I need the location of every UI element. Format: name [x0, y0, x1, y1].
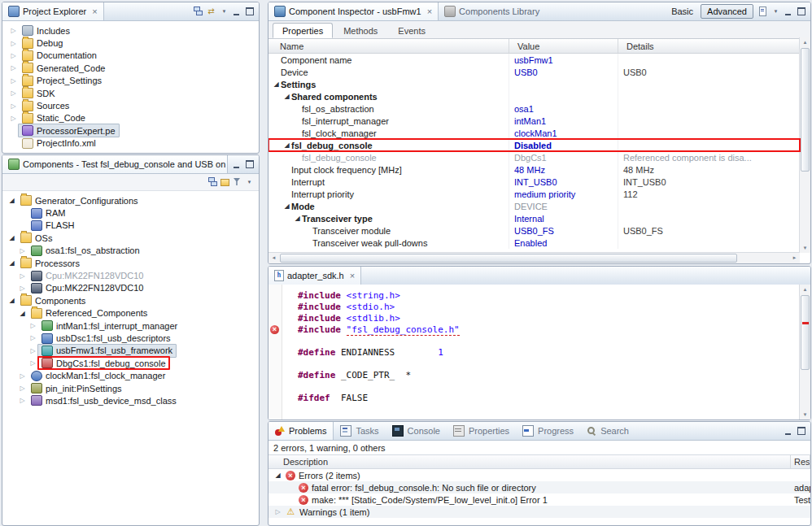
property-value[interactable]: Disabled: [514, 141, 552, 150]
tree-item[interactable]: ▷SDK: [2, 87, 259, 99]
scroll-right-icon[interactable]: ►: [789, 253, 800, 263]
problem-row[interactable]: ▷⚠Warnings (1 item): [268, 506, 810, 518]
view-menu-icon[interactable]: ▼: [243, 176, 255, 189]
inspector-horizontal-scrollbar[interactable]: ◄ ►: [268, 252, 800, 263]
tab-console[interactable]: Console: [386, 422, 447, 440]
property-value[interactable]: clockMan1: [514, 128, 557, 138]
expanded-arrow-icon[interactable]: ◢: [7, 297, 16, 304]
expanded-arrow-icon[interactable]: ◢: [282, 141, 291, 149]
link-with-editor-icon[interactable]: ⇄: [205, 5, 217, 18]
property-value[interactable]: USB0_FS: [514, 226, 554, 236]
tree-item[interactable]: ▷intMan1:fsl_interrupt_manager: [2, 320, 259, 332]
inspector-row[interactable]: ◢Settings: [268, 78, 800, 90]
component-inspector-tab[interactable]: Component Inspector - usbFmw1 ×: [268, 2, 439, 20]
show-categories-icon[interactable]: [219, 176, 231, 189]
property-value[interactable]: USB0: [514, 67, 538, 77]
property-value[interactable]: usbFmw1: [514, 55, 553, 65]
collapsed-arrow-icon[interactable]: ▷: [9, 27, 18, 34]
property-value[interactable]: 48 MHz: [514, 165, 545, 175]
scroll-down-icon[interactable]: ▼: [800, 243, 810, 253]
property-value[interactable]: INT_USB0: [514, 177, 557, 187]
tree-item[interactable]: ▷Static_Code: [2, 112, 259, 124]
editor-tab-adapter-sdk[interactable]: h adapter_sdk.h ×: [268, 267, 361, 285]
inspector-row[interactable]: ◢fsl_debug_consoleDisabled: [268, 139, 800, 151]
collapsed-arrow-icon[interactable]: ▷: [9, 64, 18, 72]
inspector-vertical-scrollbar[interactable]: ▲ ▼: [799, 37, 810, 253]
tree-item[interactable]: ▷Debug: [2, 37, 259, 49]
scrollbar-thumb[interactable]: [801, 48, 810, 172]
minimize-icon[interactable]: [783, 424, 795, 437]
inspector-row[interactable]: Transceiver moduleUSB0_FSUSB0_FS: [268, 224, 800, 237]
expanded-arrow-icon[interactable]: ◢: [282, 93, 291, 100]
collapse-all-icon[interactable]: [192, 5, 204, 18]
tree-item[interactable]: ▷pin_init:PinSettings: [2, 382, 259, 394]
minimize-icon[interactable]: [231, 5, 243, 18]
expanded-arrow-icon[interactable]: ◢: [272, 80, 281, 88]
inspector-row[interactable]: ◢Transceiver typeInternal: [268, 212, 800, 224]
scroll-down-icon[interactable]: ▼: [800, 410, 810, 419]
collapsed-arrow-icon[interactable]: ▷: [9, 52, 18, 59]
minimize-icon[interactable]: [231, 158, 243, 171]
inspector-row[interactable]: Transceiver weak pull-downsEnabled: [268, 237, 800, 249]
close-icon[interactable]: ×: [350, 271, 355, 280]
tab-problems[interactable]: Problems: [268, 422, 334, 440]
components-library-tab[interactable]: Components Library: [439, 2, 545, 20]
components-tab[interactable]: Components - Test fsl_debug_console and …: [2, 155, 228, 173]
collapsed-arrow-icon[interactable]: ▷: [28, 334, 37, 341]
tree-item[interactable]: ▷usbFmw1:fsl_usb_framework: [2, 345, 259, 357]
collapsed-arrow-icon[interactable]: ▷: [18, 397, 27, 404]
tree-item[interactable]: ◢Referenced_Components: [2, 307, 259, 320]
tree-item[interactable]: ▷usbDsc1:fsl_usb_descriptors: [2, 332, 259, 344]
inspector-row[interactable]: DeviceUSB0USB0: [268, 66, 800, 78]
inspector-row[interactable]: InterruptINT_USB0INT_USB0: [268, 176, 800, 188]
problem-row[interactable]: ×fatal error: fsl_debug_console.h: No su…: [268, 481, 810, 493]
collapsed-arrow-icon[interactable]: ▷: [9, 89, 18, 97]
view-menu-icon[interactable]: ▼: [770, 5, 782, 18]
collapsed-arrow-icon[interactable]: ▷: [28, 347, 37, 354]
inspector-row[interactable]: fsl_interrupt_managerintMan1: [268, 115, 800, 127]
minimize-icon[interactable]: [783, 5, 795, 18]
tab-search[interactable]: Search: [580, 422, 635, 440]
inspector-row[interactable]: Input clock frequency [MHz]48 MHz48 MHz: [268, 163, 800, 176]
collapsed-arrow-icon[interactable]: ▷: [28, 322, 37, 329]
scrollbar-thumb[interactable]: [280, 254, 737, 263]
maximize-icon[interactable]: [796, 5, 808, 18]
property-value[interactable]: Internal: [514, 214, 544, 224]
expanded-arrow-icon[interactable]: ◢: [7, 259, 16, 267]
tree-item[interactable]: ▷osa1:fsl_os_abstraction: [2, 245, 259, 257]
collapsed-arrow-icon[interactable]: ▷: [9, 77, 18, 85]
tree-item[interactable]: ▷msd1:fsl_usb_device_msd_class: [2, 394, 259, 406]
subtab-methods[interactable]: Methods: [334, 23, 387, 38]
maximize-icon[interactable]: [244, 158, 256, 171]
scroll-up-icon[interactable]: ▲: [800, 285, 810, 294]
collapsed-arrow-icon[interactable]: ▷: [18, 385, 27, 392]
tree-item[interactable]: ProcessorExpert.pe: [2, 124, 259, 137]
scroll-left-icon[interactable]: ◄: [268, 253, 279, 263]
subtab-properties[interactable]: Properties: [273, 23, 333, 38]
collapsed-arrow-icon[interactable]: ▷: [9, 115, 18, 122]
tree-item[interactable]: ▷clockMan1:fsl_clock_manager: [2, 369, 259, 381]
collapsed-arrow-icon[interactable]: ▷: [273, 508, 282, 515]
expanded-arrow-icon[interactable]: ◢: [18, 310, 27, 317]
collapsed-arrow-icon[interactable]: ▷: [9, 102, 18, 110]
inspector-row[interactable]: fsl_clock_managerclockMan1: [268, 127, 800, 139]
tree-item[interactable]: RAM: [2, 206, 259, 219]
tree-item[interactable]: ▷Project_Settings: [2, 75, 259, 87]
inspector-row[interactable]: ◢Shared components: [268, 90, 800, 102]
problem-row[interactable]: ×make: *** [Static_Code/System/PE_low_le…: [268, 493, 810, 506]
tree-item[interactable]: ▷Cpu:MK22FN128VDC10: [2, 282, 259, 294]
column-header-description[interactable]: Description: [268, 455, 791, 468]
error-overview-marker[interactable]: [802, 322, 809, 324]
close-icon[interactable]: ×: [427, 7, 432, 16]
tree-item[interactable]: ▷DbgCs1:fsl_debug_console: [2, 357, 259, 369]
collapsed-arrow-icon[interactable]: ▷: [18, 372, 27, 380]
property-value[interactable]: osa1: [514, 104, 534, 114]
property-value[interactable]: intMan1: [514, 116, 546, 126]
tree-item[interactable]: ▷Sources: [2, 99, 259, 111]
close-icon[interactable]: ×: [92, 7, 97, 16]
collapsed-arrow-icon[interactable]: ▷: [9, 40, 18, 47]
advanced-mode-button[interactable]: Advanced: [701, 4, 753, 19]
error-marker-icon[interactable]: ×: [270, 325, 279, 334]
inspector-row[interactable]: fsl_debug_consoleDbgCs1Referenced compon…: [268, 151, 800, 163]
expanded-arrow-icon[interactable]: ◢: [7, 197, 16, 204]
